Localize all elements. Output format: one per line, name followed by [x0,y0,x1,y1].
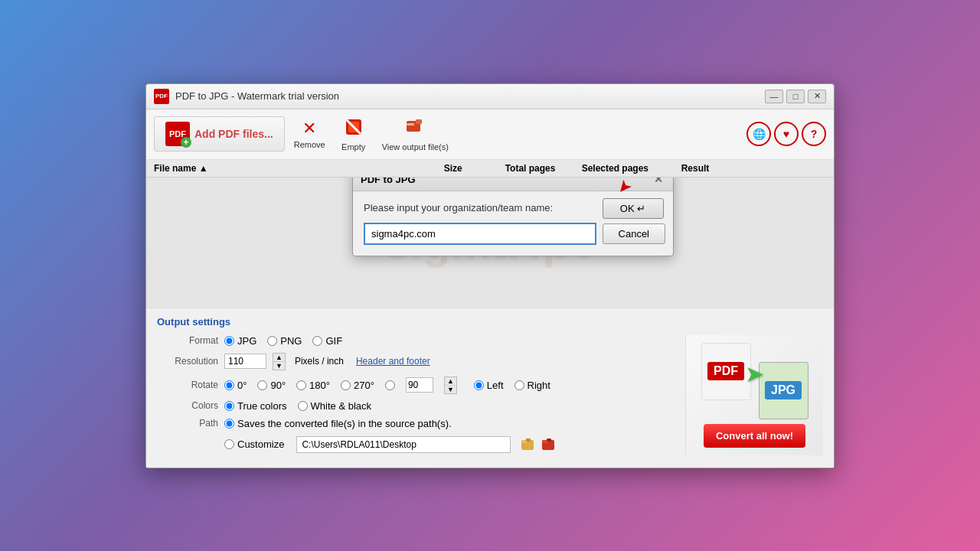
empty-button[interactable]: Empty [335,114,373,155]
rotate-right-option[interactable]: Right [514,380,550,391]
convert-arrow-icon: ➤ [745,360,764,386]
path-row: Path Saves the converted file(s) in the … [157,418,685,429]
customize-option[interactable]: Customize [224,439,284,450]
toolbar: PDF + Add PDF files... ✕ Remove Empty [146,109,834,160]
rotate-180-option[interactable]: 180° [296,380,330,391]
maximize-button[interactable]: □ [786,90,805,103]
resolution-label: Resolution [157,356,218,367]
help-button[interactable]: ? [802,122,826,146]
rotate-0-option[interactable]: 0° [224,380,247,391]
format-jpg-option[interactable]: JPG [224,335,256,347]
svg-rect-4 [407,123,414,126]
resolution-row: Resolution ▲ ▼ Pixels / inch Header and … [157,353,685,370]
remove-label: Remove [294,140,325,149]
dialog-overlay: PDF to JPG ✕ Please input your organizat… [146,178,834,308]
colors-true-option[interactable]: True colors [224,400,287,412]
add-pdf-button[interactable]: PDF + Add PDF files... [154,116,285,152]
customize-path-input[interactable] [296,436,511,453]
title-bar-left: PDF PDF to JPG - Watermark trial version [154,89,339,104]
dialog-cancel-button[interactable]: Cancel [603,223,665,244]
convert-graphic-area: PDF ➤ JPG Convert all now! [685,335,823,455]
remove-button[interactable]: ✕ Remove [288,116,332,152]
pdf-jpg-graphic: PDF ➤ JPG [701,343,808,419]
heart-button[interactable]: ♥ [774,122,799,146]
format-radio-group: JPG PNG GIF [224,335,342,347]
view-output-icon [405,117,425,141]
toolbar-right: 🌐 ♥ ? [746,122,826,146]
dialog: PDF to JPG ✕ Please input your organizat… [352,178,674,257]
minimize-button[interactable]: — [765,90,783,103]
empty-label: Empty [341,142,365,152]
rotate-90-option[interactable]: 90° [257,380,286,391]
title-controls: — □ ✕ [765,90,826,103]
colors-bw-option[interactable]: White & black [298,400,371,412]
svg-rect-8 [526,439,531,442]
dialog-prompt: Please input your organization/team name… [364,202,596,214]
remove-icon: ✕ [302,119,316,139]
rotate-custom-input[interactable] [406,377,433,393]
path-buttons [520,435,559,454]
title-bar: PDF PDF to JPG - Watermark trial version… [146,84,834,109]
rotate-label: Rotate [157,380,218,390]
customize-label: Customize [237,439,284,450]
path-source-option[interactable]: Saves the converted file(s) in the sourc… [224,418,452,429]
dialog-title: PDF to JPG [361,178,416,185]
rotate-left-option[interactable]: Left [474,380,504,391]
format-gif-option[interactable]: GIF [312,335,342,347]
rotate-radio-group: 0° 90° 180° 270° [224,377,550,394]
path-saves-label: Saves the converted file(s) in the sourc… [237,418,452,429]
path-label: Path [157,418,218,429]
col-result-header: Result [681,163,826,174]
web-button[interactable]: 🌐 [746,122,771,146]
file-list-body: sigma4pc PDF to JPG ✕ Please input your … [146,178,834,308]
rotate-270-option[interactable]: 270° [341,380,374,391]
view-output-button[interactable]: View output file(s) [376,114,455,155]
svg-rect-5 [416,119,422,124]
browse-folder-button[interactable] [520,435,538,454]
view-output-label: View output file(s) [382,142,449,152]
col-totalpages-header: Total pages [505,163,582,174]
empty-icon [344,117,364,141]
jpg-label: JPG [765,381,802,399]
svg-rect-11 [547,439,551,442]
open-folder-button[interactable] [541,435,559,454]
resolution-unit: Pixels / inch [295,356,344,367]
header-footer-link[interactable]: Header and footer [356,356,430,367]
organization-input[interactable] [364,223,596,245]
rotate-row: Rotate 0° 90° 180° [157,377,685,394]
format-label: Format [157,335,218,346]
main-window: PDF PDF to JPG - Watermark trial version… [145,83,835,468]
output-settings-title: Output settings [157,316,823,328]
col-selectedpages-header: Selected pages [582,163,681,174]
col-size-header: Size [444,163,505,174]
customize-row: Customize [157,435,685,454]
colors-radio-group: True colors White & black [224,400,371,412]
col-filename-header: File name ▲ [154,163,444,174]
format-png-option[interactable]: PNG [267,335,302,347]
add-pdf-label: Add PDF files... [194,128,273,140]
close-button[interactable]: ✕ [808,90,826,103]
format-row: Format JPG PNG GIF [157,335,685,347]
app-icon: PDF [154,89,169,104]
dialog-ok-button[interactable]: OK ↵ [603,198,664,219]
window-title: PDF to JPG - Watermark trial version [175,90,339,102]
resolution-spinner[interactable]: ▲ ▼ [273,353,286,370]
file-list-header: File name ▲ Size Total pages Selected pa… [146,160,834,178]
jpg-icon: JPG [759,362,808,419]
pdf-icon: PDF [701,343,751,400]
colors-label: Colors [157,400,218,411]
convert-all-button[interactable]: Convert all now! [704,424,805,448]
colors-row: Colors True colors White & black [157,400,685,412]
rotate-spinner[interactable]: ▲ ▼ [444,377,457,394]
resolution-input[interactable] [224,354,266,369]
add-pdf-icon: PDF + [165,122,190,146]
dialog-close-button[interactable]: ✕ [652,178,665,187]
rotate-custom-option[interactable] [385,380,395,390]
pdf-label: PDF [707,362,744,380]
output-settings: Output settings Format JPG PNG [146,308,834,468]
